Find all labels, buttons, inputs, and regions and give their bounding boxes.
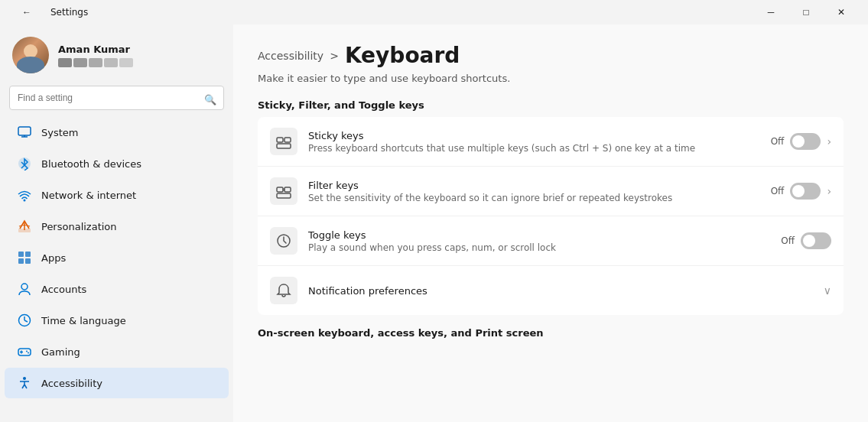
search-icon: 🔍 bbox=[204, 94, 216, 106]
svg-rect-11 bbox=[18, 258, 24, 264]
titlebar: ← Settings ─ □ ✕ bbox=[0, 0, 868, 24]
filter-keys-text: Filter keys Set the sensitivity of the k… bbox=[308, 180, 760, 203]
maximize-button[interactable]: □ bbox=[788, 0, 824, 24]
sidebar-item-accessibility[interactable]: Accessibility bbox=[5, 368, 229, 398]
accessibility-icon bbox=[17, 375, 32, 391]
svg-point-22 bbox=[23, 377, 26, 380]
user-name: Aman Kumar bbox=[58, 44, 133, 55]
search-container: 🔍 bbox=[0, 83, 233, 116]
app-body: Aman Kumar 🔍 bbox=[0, 24, 868, 422]
toggle-keys-row[interactable]: Toggle keys Play a sound when you press … bbox=[258, 216, 844, 266]
user-profile[interactable]: Aman Kumar bbox=[0, 24, 233, 83]
sidebar-item-label: Gaming bbox=[41, 346, 80, 358]
titlebar-left: ← Settings bbox=[9, 0, 88, 24]
notification-name: Notification preferences bbox=[308, 285, 813, 297]
color-swatch bbox=[89, 58, 102, 67]
main-content: Accessibility > Keyboard Make it easier … bbox=[233, 24, 868, 422]
sticky-keys-control: Off › bbox=[771, 133, 831, 150]
sidebar-item-label: Network & internet bbox=[41, 190, 136, 201]
titlebar-controls: ─ □ ✕ bbox=[753, 0, 859, 24]
sticky-keys-desc: Press keyboard shortcuts that use multip… bbox=[308, 143, 760, 154]
filter-keys-row[interactable]: Filter keys Set the sensitivity of the k… bbox=[258, 167, 844, 216]
sidebar-item-personalization[interactable]: Personalization bbox=[5, 211, 229, 242]
user-colors bbox=[58, 58, 133, 67]
section1-title: Sticky, Filter, and Toggle keys bbox=[258, 99, 844, 111]
svg-line-25 bbox=[22, 385, 24, 388]
system-icon bbox=[17, 125, 32, 140]
breadcrumb: Accessibility > Keyboard bbox=[258, 43, 844, 68]
toggle-keys-toggle[interactable] bbox=[801, 232, 831, 249]
apps-icon bbox=[17, 250, 32, 265]
sidebar-item-apps[interactable]: Apps bbox=[5, 242, 229, 273]
svg-rect-28 bbox=[284, 138, 291, 142]
sidebar-item-network[interactable]: Network & internet bbox=[5, 180, 229, 210]
svg-point-21 bbox=[28, 352, 29, 354]
svg-rect-0 bbox=[18, 127, 31, 135]
page-title: Keyboard bbox=[345, 43, 460, 68]
user-info: Aman Kumar bbox=[58, 44, 133, 67]
settings-card-main: Sticky keys Press keyboard shortcuts tha… bbox=[258, 117, 844, 315]
svg-rect-29 bbox=[277, 144, 291, 148]
search-input[interactable] bbox=[9, 86, 224, 110]
titlebar-title: Settings bbox=[50, 7, 88, 18]
sidebar-item-label: Bluetooth & devices bbox=[41, 158, 141, 170]
svg-rect-32 bbox=[277, 193, 291, 198]
sticky-keys-status: Off bbox=[771, 136, 785, 147]
gaming-icon bbox=[17, 344, 32, 359]
sticky-keys-text: Sticky keys Press keyboard shortcuts tha… bbox=[308, 130, 760, 154]
svg-rect-27 bbox=[277, 138, 283, 142]
svg-point-33 bbox=[282, 188, 285, 191]
svg-rect-30 bbox=[277, 187, 283, 192]
toggle-keys-desc: Play a sound when you press caps, num, o… bbox=[308, 242, 770, 253]
svg-point-13 bbox=[21, 284, 28, 290]
sidebar-item-label: System bbox=[41, 127, 78, 138]
notification-control: ∨ bbox=[824, 284, 831, 297]
sticky-keys-chevron-right: › bbox=[827, 135, 831, 148]
filter-keys-control: Off › bbox=[771, 183, 831, 200]
svg-rect-10 bbox=[25, 252, 31, 257]
filter-keys-name: Filter keys bbox=[308, 180, 760, 191]
toggle-keys-status: Off bbox=[781, 235, 795, 246]
svg-point-20 bbox=[26, 351, 28, 352]
minimize-button[interactable]: ─ bbox=[753, 0, 788, 24]
sidebar-item-time[interactable]: Time & language bbox=[5, 305, 229, 336]
svg-rect-31 bbox=[284, 187, 291, 192]
svg-line-16 bbox=[24, 320, 28, 322]
page-subtitle: Make it easier to type and use keyboard … bbox=[258, 73, 844, 84]
color-swatch bbox=[73, 58, 87, 67]
sticky-keys-icon bbox=[270, 128, 297, 155]
filter-keys-toggle[interactable] bbox=[790, 183, 821, 200]
sticky-keys-toggle[interactable] bbox=[790, 133, 821, 150]
sidebar-item-label: Personalization bbox=[41, 221, 117, 232]
sidebar-item-label: Time & language bbox=[41, 315, 126, 326]
sticky-keys-row[interactable]: Sticky keys Press keyboard shortcuts tha… bbox=[258, 117, 844, 167]
notification-chevron-down: ∨ bbox=[824, 284, 831, 297]
back-button[interactable]: ← bbox=[9, 0, 44, 24]
filter-keys-status: Off bbox=[771, 186, 785, 196]
color-swatch bbox=[58, 58, 72, 67]
sidebar-item-system[interactable]: System bbox=[5, 117, 229, 148]
notification-text: Notification preferences bbox=[308, 285, 813, 297]
accounts-icon bbox=[17, 281, 32, 297]
notification-preferences-row[interactable]: Notification preferences ∨ bbox=[258, 266, 844, 315]
color-swatch bbox=[119, 58, 133, 67]
time-icon bbox=[17, 313, 32, 328]
notification-icon bbox=[270, 277, 297, 304]
sidebar: Aman Kumar 🔍 bbox=[0, 24, 233, 422]
svg-line-26 bbox=[24, 385, 27, 388]
breadcrumb-parent[interactable]: Accessibility bbox=[258, 50, 323, 62]
sidebar-item-gaming[interactable]: Gaming bbox=[5, 336, 229, 367]
avatar bbox=[12, 37, 49, 73]
sidebar-item-accounts[interactable]: Accounts bbox=[5, 274, 229, 304]
filter-keys-chevron-right: › bbox=[827, 185, 831, 197]
personalization-icon bbox=[17, 219, 32, 234]
sticky-keys-name: Sticky keys bbox=[308, 130, 760, 141]
toggle-keys-name: Toggle keys bbox=[308, 229, 770, 241]
toggle-keys-control: Off bbox=[781, 232, 831, 249]
close-button[interactable]: ✕ bbox=[824, 0, 859, 24]
sidebar-item-bluetooth[interactable]: Bluetooth & devices bbox=[5, 148, 229, 179]
filter-keys-icon bbox=[270, 177, 297, 205]
breadcrumb-chevron: > bbox=[330, 50, 339, 62]
sidebar-item-label: Accounts bbox=[41, 284, 86, 295]
sidebar-item-label: Apps bbox=[41, 252, 66, 264]
